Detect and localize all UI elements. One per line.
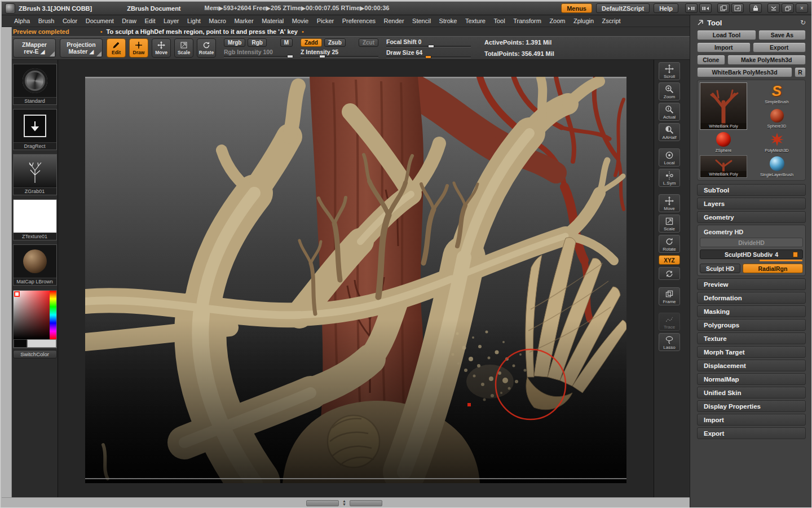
tool-section[interactable]: Layers <box>697 198 806 209</box>
restore-button[interactable] <box>782 3 794 13</box>
mrgb-button[interactable]: Mrgb <box>224 38 245 47</box>
load-tool-button[interactable]: Load Tool <box>697 30 756 40</box>
export-tool-button[interactable]: Export <box>753 42 806 52</box>
clone-button[interactable]: Clone <box>697 55 725 65</box>
sculpthd-subdiv-slider[interactable]: SculptHD Subdiv 4 <box>700 249 803 259</box>
menu-item[interactable]: Texture <box>465 17 486 24</box>
focal-shift-slider[interactable]: Focal Shift 0 <box>386 38 471 47</box>
aahalf-button[interactable]: AAHalf <box>659 123 680 141</box>
hscroll-segment-right[interactable] <box>350 500 382 506</box>
menu-item[interactable]: Draw <box>122 17 136 24</box>
default-zscript-button[interactable]: DefaultZScript <box>596 3 650 13</box>
zcut-button[interactable]: Zcut <box>359 38 378 47</box>
left-tray-toggle-icon[interactable] <box>685 3 698 13</box>
menu-item[interactable]: Edit <box>145 17 156 24</box>
menu-item[interactable]: Render <box>384 17 404 24</box>
scroll-button[interactable]: Scroll <box>659 62 680 80</box>
menu-item[interactable]: Macro <box>209 17 226 24</box>
menu-item[interactable]: Material <box>262 17 284 24</box>
tool-thumb-simplebrush[interactable]: S SimpleBrush <box>751 82 803 105</box>
menu-item[interactable]: Brush <box>38 17 55 24</box>
tool-section[interactable]: Masking <box>697 305 806 317</box>
menu-item[interactable]: Movie <box>292 17 308 24</box>
edit-button[interactable]: Edit <box>107 38 126 58</box>
brush-thumb-standard[interactable]: Standard <box>13 64 57 105</box>
menu-item[interactable]: Zoom <box>549 17 565 24</box>
tool-thumb-zsphere[interactable]: ZSphere <box>700 132 747 153</box>
menu-item[interactable]: Document <box>86 17 114 24</box>
panel-pointer-icon[interactable] <box>697 19 704 26</box>
rename-tool-button[interactable]: R <box>795 67 806 77</box>
tool-thumb-whitebark2[interactable]: WhiteBark Poly <box>700 155 747 178</box>
frame-button[interactable]: Frame <box>659 287 680 305</box>
rgb-intensity-slider[interactable]: Rgb Intensity 100 <box>224 49 293 58</box>
sculpt-hd-button[interactable]: Sculpt HD <box>700 264 740 273</box>
canvas-area[interactable] <box>58 60 654 497</box>
export-document-icon[interactable] <box>731 3 744 13</box>
zadd-button[interactable]: Zadd <box>301 38 322 47</box>
tool-section[interactable]: Export <box>697 427 806 439</box>
secondary-color-swatch[interactable] <box>14 339 27 348</box>
tool-thumb-singlelayerbrush[interactable]: SingleLayerBrush <box>751 155 803 178</box>
menu-item[interactable]: Alpha <box>14 17 30 24</box>
tool-section[interactable]: Displacement <box>697 360 806 371</box>
divide-hd-button[interactable]: DivideHD <box>700 238 803 247</box>
primary-color-swatch[interactable] <box>27 339 56 348</box>
hue-strip[interactable] <box>50 291 56 339</box>
m-button[interactable]: M <box>280 38 293 47</box>
texture-thumb-ztexture01[interactable]: ZTexture01 <box>13 199 57 240</box>
tool-section[interactable]: Polygroups <box>697 319 806 331</box>
menus-button[interactable]: Menus <box>561 3 592 13</box>
trace-button[interactable]: Trace <box>659 313 680 331</box>
menu-item[interactable]: Zplugin <box>573 17 594 24</box>
canvas-scroll-arrows[interactable]: ▲ ▼ <box>342 500 346 506</box>
scale-button[interactable]: Scale <box>174 38 193 58</box>
active-tool-thumbnail[interactable]: WhiteBark Poly <box>700 82 747 130</box>
geometry-hd-title[interactable]: Geometry HD <box>700 227 803 238</box>
lsym-button[interactable]: L.Sym <box>659 169 680 187</box>
save-as-button[interactable]: Save As <box>758 30 806 40</box>
tool-section[interactable]: Deformation <box>697 292 806 304</box>
panel-reset-icon[interactable]: ↻ <box>800 19 806 27</box>
document-viewport[interactable] <box>85 77 626 483</box>
z-intensity-slider[interactable]: Z Intensity 25 <box>301 49 378 58</box>
current-tool-name[interactable]: WhiteBark PolyMesh3d <box>697 67 792 77</box>
lasso-button[interactable]: Lasso <box>659 333 680 351</box>
minimize-button[interactable] <box>767 3 780 13</box>
zmapper-button[interactable]: ZMapper rev-E ◢ <box>13 38 56 58</box>
tool-section[interactable]: Texture <box>697 332 806 344</box>
draw-button[interactable]: Draw <box>129 38 148 58</box>
copy-document-icon[interactable] <box>717 3 730 13</box>
slider-thumb[interactable] <box>793 252 798 257</box>
menu-item[interactable]: Transform <box>513 17 541 24</box>
zsub-button[interactable]: Zsub <box>324 38 346 47</box>
tool-section[interactable]: SubTool <box>697 184 806 196</box>
scroll-down-icon[interactable]: ▼ <box>342 503 346 506</box>
tool-section[interactable]: Display Properties <box>697 400 806 412</box>
switch-color-button[interactable]: SwitchColor <box>13 350 57 358</box>
menu-item[interactable]: Zscript <box>602 17 621 24</box>
tool-thumb-polymesh3d[interactable]: PolyMesh3D <box>751 132 803 153</box>
menu-item[interactable]: Tool <box>493 17 505 24</box>
rotate-gyro-button[interactable]: Rotate <box>659 235 680 253</box>
menu-item[interactable]: Layer <box>164 17 179 24</box>
scale-gyro-button[interactable]: Scale <box>659 214 680 233</box>
rotate-button[interactable]: Rotate <box>197 38 216 58</box>
make-polymesh-button[interactable]: Make PolyMesh3d <box>727 55 806 65</box>
menu-item[interactable]: Picker <box>317 17 334 24</box>
tool-section[interactable]: Morph Target <box>697 346 806 358</box>
xyz-button[interactable]: XYZ <box>659 255 680 265</box>
color-gradient-area[interactable] <box>14 291 56 339</box>
tool-section[interactable]: Preview <box>697 278 806 290</box>
right-tray-toggle-icon[interactable] <box>699 3 712 13</box>
rgb-button[interactable]: Rgb <box>248 38 266 47</box>
hscroll-segment-left[interactable] <box>306 500 339 506</box>
stroke-thumb-dragrect[interactable]: DragRect <box>13 109 57 150</box>
import-tool-button[interactable]: Import <box>697 42 751 52</box>
material-thumb-matcap[interactable]: MatCap LBrown <box>13 244 57 286</box>
help-button[interactable]: Help <box>654 3 678 13</box>
menu-item[interactable]: Preferences <box>342 17 376 24</box>
radial-rgn-button[interactable]: RadialRgn <box>743 264 803 273</box>
menu-item[interactable]: Color <box>63 17 77 24</box>
close-button[interactable]: × <box>796 3 808 13</box>
